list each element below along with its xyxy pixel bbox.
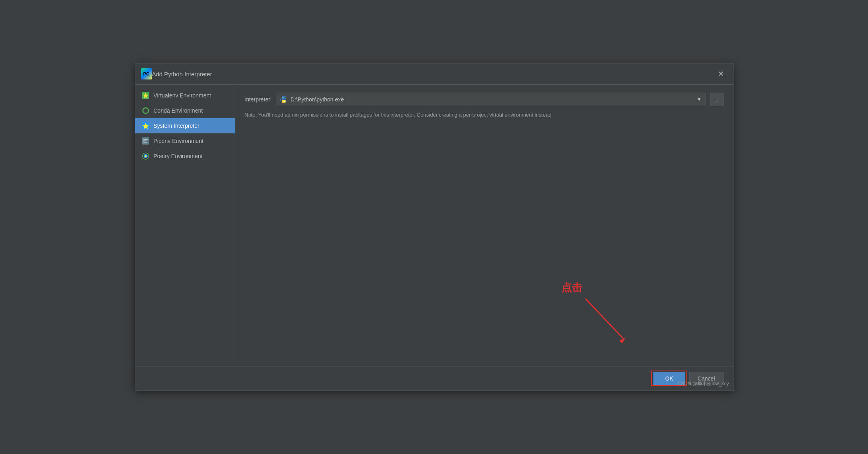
svg-rect-12 [282, 100, 286, 103]
python-icon [280, 96, 287, 103]
svg-point-13 [283, 97, 283, 97]
sidebar-item-virtualenv-label: Virtualenv Environment [154, 92, 211, 99]
sidebar-item-pipenv-label: Pipenv Environment [154, 138, 204, 144]
note-text: Note: You'll need admin permissions to i… [245, 111, 724, 119]
interpreter-select[interactable]: D:\Python\python.exe ▼ [276, 93, 706, 106]
dropdown-arrow-icon: ▼ [697, 97, 702, 102]
sidebar-item-poetry[interactable]: Poetry Environment [135, 149, 235, 164]
svg-rect-11 [282, 96, 286, 99]
watermark-text: CSDN @帅小伙low_key [678, 381, 729, 387]
interpreter-label: Interpreter: [245, 96, 272, 103]
sidebar-item-system[interactable]: System Interpreter [135, 118, 235, 133]
interpreter-row: Interpreter: D:\Python\python.exe ▼ [245, 93, 724, 106]
sidebar-item-virtualenv[interactable]: Virtualenv Environment [135, 88, 235, 103]
pipenv-icon [142, 137, 150, 145]
svg-point-14 [284, 101, 285, 101]
add-interpreter-dialog: PC Add Python Interpreter ✕ Virtualenv E… [135, 63, 734, 391]
svg-point-10 [144, 155, 146, 157]
close-button[interactable]: ✕ [715, 67, 728, 80]
note-content: Note: You'll need admin permissions to i… [245, 112, 553, 118]
svg-point-2 [143, 108, 148, 113]
interpreter-path: D:\Python\python.exe [291, 96, 694, 103]
sidebar-item-conda-label: Conda Environment [154, 107, 203, 114]
poetry-icon [142, 152, 150, 160]
pycharm-logo-icon: PC [141, 68, 152, 79]
svg-rect-7 [143, 142, 147, 143]
sidebar-item-conda[interactable]: Conda Environment [135, 103, 235, 118]
title-bar: PC Add Python Interpreter ✕ [135, 64, 733, 85]
sidebar-item-poetry-label: Poetry Environment [154, 153, 203, 159]
svg-rect-5 [143, 139, 148, 140]
dialog-body: Virtualenv Environment Conda Environment [135, 85, 733, 367]
dialog-title: Add Python Interpreter [152, 71, 715, 77]
sidebar-item-pipenv[interactable]: Pipenv Environment [135, 133, 235, 149]
svg-rect-6 [143, 140, 146, 141]
sidebar-item-system-label: System Interpreter [154, 123, 200, 129]
dialog-footer: 点击 OK Cancel CSDN @帅小伙low_key [135, 367, 733, 391]
virtualenv-icon [142, 91, 150, 99]
system-icon [142, 122, 150, 130]
main-content: Interpreter: D:\Python\python.exe ▼ [235, 85, 733, 367]
browse-button[interactable]: ... [710, 93, 724, 106]
conda-icon [142, 107, 150, 115]
sidebar: Virtualenv Environment Conda Environment [135, 85, 235, 367]
